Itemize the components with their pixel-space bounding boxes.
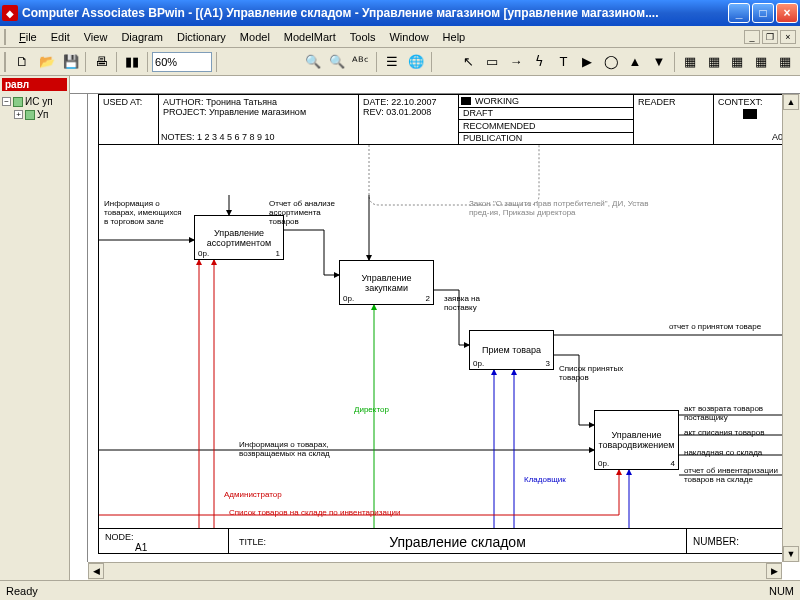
label-storekeeper: Кладовщик	[524, 475, 566, 484]
tunnel-icon[interactable]: ◯	[600, 51, 622, 73]
status-text: Ready	[6, 585, 38, 597]
pointer-icon[interactable]: ↖	[457, 51, 479, 73]
ruler-vertical	[70, 94, 88, 562]
model-explorer: равл −ИС уп +Уп	[0, 76, 70, 580]
parent-icon[interactable]: ▲	[624, 51, 646, 73]
header-author: AUTHOR: Тронина Татьяна PROJECT: Управле…	[159, 95, 359, 144]
print-icon[interactable]: 🖶	[90, 51, 112, 73]
app-icon: ◆	[2, 5, 18, 21]
menu-window[interactable]: Window	[382, 29, 435, 45]
ruler-horizontal	[70, 76, 800, 94]
squiggle-icon[interactable]: ϟ	[529, 51, 551, 73]
zoom-select[interactable]	[152, 52, 212, 72]
menu-edit[interactable]: Edit	[44, 29, 77, 45]
menu-diagram[interactable]: Diagram	[114, 29, 170, 45]
tree-root[interactable]: −ИС уп	[2, 95, 67, 108]
zoomfit-icon[interactable]: 🔍	[326, 51, 348, 73]
activity-icon[interactable]: ▭	[481, 51, 503, 73]
label-report-assort: Отчет об анализе ассортимента товаров	[269, 200, 344, 226]
menu-modelmart[interactable]: ModelMart	[277, 29, 343, 45]
menu-help[interactable]: Help	[436, 29, 473, 45]
label-writeoff: акт списания товаров	[684, 429, 764, 438]
status-num: NUM	[769, 585, 794, 597]
menubar-grip[interactable]	[4, 29, 8, 45]
label-list-accepted: Список принятых товаров	[559, 365, 649, 383]
text-icon[interactable]: T	[553, 51, 575, 73]
zoomin-icon[interactable]: 🔍	[302, 51, 324, 73]
scroll-down-icon[interactable]: ▼	[783, 546, 799, 562]
mdi-restore-button[interactable]: ❐	[762, 30, 778, 44]
label-info-hall: Информация о товарах, имеющихся в торгов…	[104, 200, 184, 226]
titlebar: ◆ Computer Associates BPwin - [(A1) Упра…	[0, 0, 800, 26]
scroll-up-icon[interactable]: ▲	[783, 94, 799, 110]
header-reader: READER	[634, 95, 714, 144]
spellcheck-icon[interactable]: ᴬᴮᶜ	[350, 51, 372, 73]
web-icon[interactable]: 🌐	[405, 51, 427, 73]
activity-2[interactable]: Управление закупками0р.2	[339, 260, 434, 305]
explorer-icon[interactable]: ☰	[381, 51, 403, 73]
window-controls: _ □ ×	[728, 3, 798, 23]
mm-icon2[interactable]: ▦	[703, 51, 725, 73]
mdi-close-button[interactable]: ×	[780, 30, 796, 44]
maximize-button[interactable]: □	[752, 3, 774, 23]
toolbar-grip[interactable]	[4, 52, 8, 72]
activity-3[interactable]: Прием товара0р.3	[469, 330, 554, 370]
mdi-minimize-button[interactable]: _	[744, 30, 760, 44]
window-title: Computer Associates BPwin - [(A1) Управл…	[22, 6, 728, 20]
footer-node: NODE:A1	[99, 529, 229, 554]
close-button[interactable]: ×	[776, 3, 798, 23]
menu-view[interactable]: View	[77, 29, 115, 45]
scroll-right-icon[interactable]: ▶	[766, 563, 782, 579]
open-icon[interactable]: 📂	[36, 51, 58, 73]
toolbar-main: 🗋 📂 💾 🖶 ▮▮ 🔍 🔍 ᴬᴮᶜ ☰ 🌐 ↖ ▭ → ϟ T ▶ ◯ ▲ ▼…	[0, 48, 800, 76]
mm-icon1[interactable]: ▦	[679, 51, 701, 73]
footer-number: NUMBER:	[687, 529, 787, 554]
label-director: Директор	[354, 405, 389, 414]
footer-title: TITLE:Управление складом	[229, 529, 687, 554]
arrow-icon[interactable]: →	[505, 51, 527, 73]
menu-dictionary[interactable]: Dictionary	[170, 29, 233, 45]
label-report-accept: отчет о принятом товаре	[669, 323, 761, 332]
menu-model[interactable]: Model	[233, 29, 277, 45]
diagram-canvas: USED AT: AUTHOR: Тронина Татьяна PROJECT…	[70, 76, 800, 580]
tree-child[interactable]: +Уп	[2, 108, 67, 121]
palette-icon[interactable]: ▮▮	[121, 51, 143, 73]
mm-icon5[interactable]: ▦	[774, 51, 796, 73]
label-invoice: накладная со склада	[684, 449, 762, 458]
mm-icon3[interactable]: ▦	[726, 51, 748, 73]
label-law: Закон "О защите прав потребителей", ДИ, …	[469, 200, 669, 218]
label-return-act: акт возврата товаров поставщику	[684, 405, 794, 423]
scrollbar-horizontal[interactable]: ◀ ▶	[88, 562, 782, 580]
child-icon[interactable]: ▼	[648, 51, 670, 73]
label-info-return: Информация о товарах, возвращаемых на ск…	[239, 441, 379, 459]
save-icon[interactable]: 💾	[60, 51, 82, 73]
menu-file[interactable]: File	[12, 29, 44, 45]
label-inventory-report: отчет об инвентаризации товаров на склад…	[684, 467, 794, 485]
godown-icon[interactable]: ▶	[576, 51, 598, 73]
label-inventory-list: Список товаров на складе по инвентаризац…	[229, 508, 400, 517]
idef0-diagram[interactable]: USED AT: AUTHOR: Тронина Татьяна PROJECT…	[98, 94, 788, 554]
header-date: DATE: 22.10.2007 REV: 03.01.2008	[359, 95, 459, 144]
explorer-tab[interactable]: равл	[2, 78, 67, 91]
scrollbar-vertical[interactable]: ▲ ▼	[782, 94, 800, 562]
header-used-at: USED AT:	[99, 95, 159, 144]
minimize-button[interactable]: _	[728, 3, 750, 23]
statusbar: Ready NUM	[0, 580, 800, 600]
header-context: CONTEXT: A0	[714, 95, 787, 144]
label-zayavka: заявка на поставку	[444, 295, 494, 313]
label-admin: Администратор	[224, 490, 282, 499]
header-status: WORKING DRAFT RECOMMENDED PUBLICATION	[459, 95, 634, 144]
activity-4[interactable]: Управление товародвижением0р.4	[594, 410, 679, 470]
diagram-body[interactable]: Управление ассортиментом0р.1 Управление …	[99, 145, 787, 528]
menu-tools[interactable]: Tools	[343, 29, 383, 45]
mm-icon4[interactable]: ▦	[750, 51, 772, 73]
menubar: File Edit View Diagram Dictionary Model …	[0, 26, 800, 48]
scroll-left-icon[interactable]: ◀	[88, 563, 104, 579]
new-icon[interactable]: 🗋	[12, 51, 34, 73]
